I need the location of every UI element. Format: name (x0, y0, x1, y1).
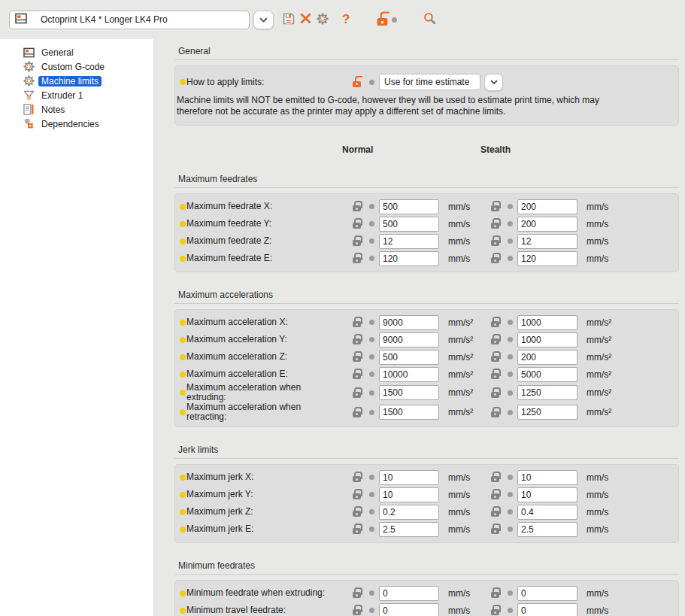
locked-padlock-icon[interactable] (353, 252, 369, 266)
locked-padlock-icon[interactable] (353, 235, 369, 248)
help-button[interactable]: ? (341, 11, 351, 29)
value-input-normal[interactable] (379, 199, 439, 214)
locked-padlock-icon[interactable] (491, 471, 508, 484)
setting-label: Maximum feedrate Z: (186, 236, 333, 246)
locked-padlock-icon[interactable] (353, 368, 369, 381)
chevron-down-icon (490, 77, 498, 87)
value-input-normal[interactable] (379, 470, 439, 485)
locked-padlock-icon[interactable] (491, 386, 508, 399)
unit-label: mm/s (444, 490, 491, 500)
value-input-normal[interactable] (379, 315, 439, 330)
save-preset-button[interactable] (281, 11, 296, 29)
locked-padlock-icon[interactable] (491, 523, 508, 536)
sidebar-item-custom-gcode[interactable]: Custom G-code (23, 59, 153, 74)
value-input-normal[interactable] (379, 385, 439, 400)
locked-padlock-icon[interactable] (491, 368, 508, 381)
locked-padlock-icon[interactable] (353, 333, 369, 347)
value-input-stealth[interactable] (517, 603, 577, 616)
sidebar-item-label: Machine limits (38, 76, 102, 86)
sync-dot-icon (508, 204, 513, 209)
value-input-stealth[interactable] (517, 199, 577, 214)
locked-padlock-icon[interactable] (491, 587, 508, 600)
how-to-apply-combobox[interactable]: Use for time estimate (379, 74, 480, 90)
unit-label: mm/s (444, 507, 491, 517)
value-input-normal[interactable] (379, 522, 439, 537)
value-input-stealth[interactable] (517, 470, 577, 485)
sidebar-item-machine-limits[interactable]: Machine limits (23, 74, 153, 88)
sidebar-item-dependencies[interactable]: Dependencies (23, 117, 153, 131)
value-input-stealth[interactable] (517, 405, 577, 420)
locked-padlock-icon[interactable] (353, 587, 369, 600)
sync-dot-icon (508, 410, 513, 415)
extruder-icon (23, 90, 35, 101)
locked-padlock-icon[interactable] (491, 200, 508, 214)
locked-padlock-icon[interactable] (353, 200, 369, 214)
locked-padlock-icon[interactable] (491, 505, 508, 519)
locked-padlock-icon[interactable] (491, 350, 508, 364)
value-input-stealth[interactable] (517, 217, 577, 232)
value-input-normal[interactable] (379, 234, 439, 249)
value-input-stealth[interactable] (517, 251, 577, 266)
delete-preset-button[interactable] (299, 11, 313, 29)
value-input-normal[interactable] (379, 251, 439, 266)
value-input-stealth[interactable] (517, 586, 577, 601)
section-title-general: General (174, 44, 679, 60)
locked-padlock-icon[interactable] (491, 235, 508, 248)
locked-padlock-icon[interactable] (353, 405, 369, 419)
unit-label: mm/s (582, 253, 627, 264)
locked-padlock-icon[interactable] (491, 604, 508, 616)
value-input-normal[interactable] (379, 487, 439, 502)
value-input-normal[interactable] (379, 405, 439, 420)
unlocked-padlock-icon[interactable] (353, 75, 369, 89)
value-input-normal[interactable] (379, 217, 439, 232)
value-input-normal[interactable] (379, 332, 439, 347)
modified-bullet-icon (180, 390, 186, 396)
value-input-stealth[interactable] (517, 332, 577, 347)
locked-padlock-icon[interactable] (353, 488, 369, 502)
modified-bullet-icon (180, 256, 186, 262)
locked-padlock-icon[interactable] (353, 386, 369, 399)
preset-dropdown-button[interactable] (253, 11, 274, 29)
locked-padlock-icon[interactable] (491, 217, 508, 231)
sync-dot-icon (369, 320, 374, 325)
value-input-normal[interactable] (379, 603, 439, 616)
value-input-stealth[interactable] (517, 505, 577, 520)
value-input-stealth[interactable] (517, 487, 577, 502)
value-input-stealth[interactable] (517, 315, 577, 330)
preset-settings-button[interactable] (315, 11, 330, 29)
search-button[interactable] (422, 11, 438, 29)
locked-padlock-icon[interactable] (353, 471, 369, 484)
locked-padlock-icon[interactable] (491, 252, 508, 266)
sync-dot-icon (369, 608, 374, 613)
value-input-normal[interactable] (379, 367, 439, 382)
locked-padlock-icon[interactable] (353, 217, 369, 231)
lock-toggle-button[interactable] (377, 11, 388, 29)
locked-padlock-icon[interactable] (353, 316, 369, 329)
unit-label: mm/s (582, 605, 627, 616)
value-input-normal[interactable] (379, 350, 439, 365)
value-input-stealth[interactable] (517, 350, 577, 365)
locked-padlock-icon[interactable] (353, 505, 369, 519)
value-input-stealth[interactable] (517, 234, 577, 249)
column-header-normal: Normal (342, 144, 373, 155)
value-input-stealth[interactable] (517, 367, 577, 382)
combobox-dropdown-button[interactable] (484, 74, 503, 91)
printer-preset-combobox[interactable]: Octoprint LK4 * Longer LK4 Pro (9, 11, 250, 29)
sidebar-item-extruder-1[interactable]: Extruder 1 (23, 88, 153, 102)
sync-dot-icon (508, 390, 513, 396)
locked-padlock-icon[interactable] (491, 405, 508, 419)
locked-padlock-icon[interactable] (353, 350, 369, 364)
value-input-stealth[interactable] (517, 385, 577, 400)
locked-padlock-icon[interactable] (353, 523, 369, 536)
locked-padlock-icon[interactable] (491, 488, 508, 502)
locked-padlock-icon[interactable] (491, 316, 508, 329)
sync-dot-icon (369, 256, 374, 261)
sidebar-item-general[interactable]: General (23, 45, 153, 59)
value-input-normal[interactable] (379, 586, 439, 601)
locked-padlock-icon[interactable] (491, 333, 508, 347)
sidebar-item-notes[interactable]: Notes (23, 102, 153, 117)
value-input-normal[interactable] (379, 505, 439, 520)
value-input-stealth[interactable] (517, 522, 577, 537)
locked-padlock-icon[interactable] (353, 604, 369, 616)
section-title: Maximum feedrates (174, 172, 679, 188)
